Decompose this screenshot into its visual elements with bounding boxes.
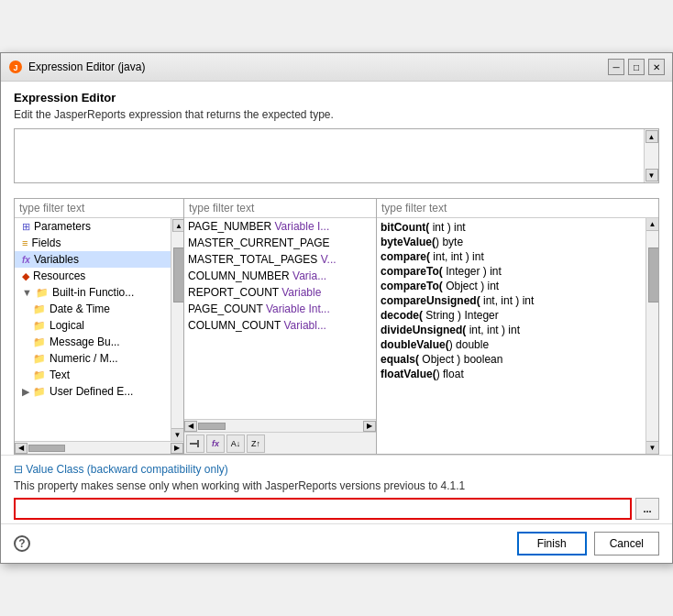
- tree-item-builtin[interactable]: ▼ 📁 Built-in Functio...: [15, 284, 183, 301]
- scroll-down-arrow[interactable]: ▼: [645, 169, 658, 182]
- tree-item-label: User Defined E...: [50, 385, 133, 398]
- folder-icon: 📁: [33, 336, 46, 348]
- tree-item-messagebundle[interactable]: 📁 Message Bu...: [26, 334, 183, 350]
- list-item[interactable]: compareTo( Integer ) int: [381, 264, 655, 279]
- mid-hscroll: ◀ ▶: [184, 419, 376, 432]
- main-window: J Expression Editor (java) ─ □ ✕ Express…: [0, 52, 673, 564]
- tree-area: ⊞ Parameters ≡ Fields fx Variables ◆ Res…: [15, 218, 183, 441]
- list-item[interactable]: bitCount( int ) int: [381, 220, 655, 235]
- tree-scroll-down[interactable]: ▼: [171, 428, 183, 441]
- list-item[interactable]: compareTo( Object ) int: [381, 279, 655, 293]
- list-item[interactable]: floatValue() float: [381, 367, 655, 381]
- expression-area[interactable]: ▲ ▼: [14, 128, 659, 183]
- folder-icon: 📁: [33, 303, 46, 315]
- function-button[interactable]: fx: [206, 434, 225, 453]
- window-title: Expression Editor (java): [28, 60, 145, 73]
- hscroll-right[interactable]: ▶: [171, 443, 183, 454]
- list-item[interactable]: compareUnsigned( int, int ) int: [381, 293, 655, 308]
- tree-item-resources[interactable]: ◆ Resources: [15, 268, 183, 284]
- finish-button[interactable]: Finish: [517, 532, 587, 556]
- browse-button[interactable]: ...: [635, 498, 659, 520]
- tree-item-parameters[interactable]: ⊞ Parameters: [15, 218, 183, 235]
- sort-za-button[interactable]: Z↑: [247, 434, 265, 453]
- mid-hscroll-track: [197, 422, 363, 431]
- tree-item-userdefined[interactable]: ▶ 📁 User Defined E...: [15, 383, 183, 400]
- minimize-button[interactable]: ─: [608, 59, 624, 75]
- list-item[interactable]: equals( Object ) boolean: [381, 352, 655, 367]
- left-filter-input[interactable]: [15, 199, 183, 218]
- list-item[interactable]: COLUMN_NUMBER Varia...: [184, 268, 376, 284]
- resources-icon: ◆: [22, 270, 29, 282]
- list-item[interactable]: decode( String ) Integer: [381, 308, 655, 323]
- right-panel: bitCount( int ) int byteValue() byte com…: [377, 199, 658, 454]
- tree-item-variables[interactable]: fx Variables: [15, 251, 183, 268]
- svg-rect-3: [197, 440, 199, 447]
- value-class-section: ⊟ Value Class (backward compatibility on…: [1, 455, 672, 523]
- tree-item-label: Message Bu...: [50, 336, 120, 348]
- tree-item-logical[interactable]: 📁 Logical: [26, 317, 183, 334]
- var-name: COLUMN_COUNT: [188, 319, 283, 332]
- hscroll-left[interactable]: ◀: [15, 443, 28, 454]
- right-scroll-up[interactable]: ▲: [646, 218, 658, 231]
- insert-variable-button[interactable]: [186, 434, 204, 453]
- mid-hscroll-left[interactable]: ◀: [184, 421, 197, 432]
- list-item[interactable]: divideUnsigned( int, int ) int: [381, 323, 655, 337]
- cancel-button[interactable]: Cancel: [594, 532, 659, 556]
- list-item[interactable]: PAGE_NUMBER Variable I...: [184, 218, 376, 235]
- list-item[interactable]: MASTER_CURRENT_PAGE: [184, 235, 376, 251]
- folder-icon: 📁: [33, 353, 46, 365]
- tree-item-numeric[interactable]: 📁 Numeric / M...: [26, 350, 183, 367]
- title-bar-left: J Expression Editor (java): [8, 60, 145, 74]
- expr-scrollbar: ▲ ▼: [644, 129, 658, 182]
- folder-icon: 📁: [33, 320, 46, 332]
- value-class-header: ⊟ Value Class (backward compatibility on…: [14, 463, 659, 476]
- right-scroll-thumb: [648, 248, 658, 302]
- var-name: REPORT_COUNT: [188, 286, 281, 299]
- list-item[interactable]: REPORT_COUNT Variable: [184, 284, 376, 301]
- tree-item-fields[interactable]: ≡ Fields: [15, 235, 183, 251]
- mid-hscroll-right[interactable]: ▶: [363, 421, 376, 432]
- list-item[interactable]: MASTER_TOTAL_PAGES V...: [184, 251, 376, 268]
- tree-scroll-up[interactable]: ▲: [172, 219, 183, 232]
- value-class-input[interactable]: [14, 498, 632, 520]
- right-scroll-down[interactable]: ▼: [646, 441, 658, 454]
- scroll-up-arrow[interactable]: ▲: [645, 130, 658, 143]
- list-item[interactable]: PAGE_COUNT Variable Int...: [184, 301, 376, 317]
- list-item[interactable]: byteValue() byte: [381, 235, 655, 249]
- list-item[interactable]: compare( int, int ) int: [381, 249, 655, 264]
- list-item[interactable]: doubleValue() double: [381, 337, 655, 352]
- right-vscrollbar: ▲ ▼: [645, 218, 658, 454]
- tree-item-text[interactable]: 📁 Text: [26, 367, 183, 383]
- mid-filter-input[interactable]: [184, 199, 376, 218]
- mid-panel: PAGE_NUMBER Variable I... MASTER_CURRENT…: [184, 199, 377, 454]
- fields-icon: ≡: [22, 237, 28, 248]
- help-button[interactable]: ?: [14, 535, 30, 552]
- var-name: COLUMN_NUMBER: [188, 270, 292, 282]
- close-button[interactable]: ✕: [648, 59, 665, 75]
- footer-buttons: Finish Cancel: [517, 532, 659, 556]
- footer-left: ?: [14, 535, 30, 552]
- dialog-description: Edit the JasperReports expression that r…: [14, 108, 659, 121]
- right-filter-input[interactable]: [377, 199, 658, 218]
- var-name: PAGE_NUMBER: [188, 220, 274, 233]
- value-class-input-row: ...: [14, 498, 659, 520]
- maximize-button[interactable]: □: [628, 59, 645, 75]
- tree-item-label: Resources: [33, 270, 85, 282]
- left-panel: ⊞ Parameters ≡ Fields fx Variables ◆ Res…: [15, 199, 184, 454]
- var-type: Varia...: [292, 270, 326, 282]
- main-panels: ⊞ Parameters ≡ Fields fx Variables ◆ Res…: [14, 198, 659, 455]
- mid-list: PAGE_NUMBER Variable I... MASTER_CURRENT…: [184, 218, 376, 419]
- sort-az-button[interactable]: A↓: [226, 434, 245, 453]
- app-icon: J: [8, 60, 23, 74]
- tree-item-datetime[interactable]: 📁 Date & Time: [26, 301, 183, 317]
- var-type: Variable I...: [274, 220, 329, 233]
- tree-vscrollbar: ▲ ▼: [171, 218, 183, 441]
- expand-icon: ▶: [22, 386, 29, 398]
- list-item[interactable]: COLUMN_COUNT Variabl...: [184, 317, 376, 334]
- tree-scroll-thumb: [173, 248, 183, 302]
- tree-item-label: Date & Time: [50, 302, 110, 315]
- tree-item-label: Parameters: [34, 220, 91, 233]
- folder-icon: 📁: [33, 386, 46, 398]
- var-type: Variable: [281, 286, 321, 299]
- var-name: MASTER_TOTAL_PAGES: [188, 253, 321, 266]
